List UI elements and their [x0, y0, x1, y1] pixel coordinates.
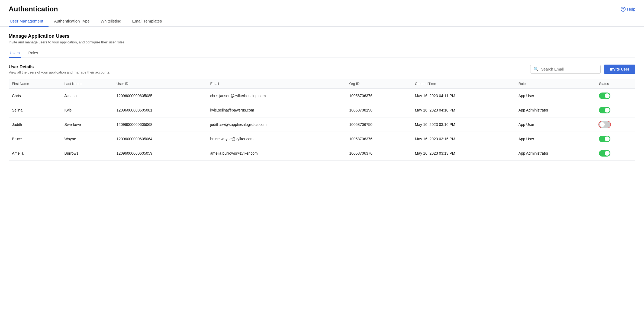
top-navigation: User Management Authentication Type Whit… — [0, 16, 644, 27]
invite-user-button[interactable]: Invite User — [604, 65, 635, 74]
cell-6: App User — [515, 89, 596, 103]
cell-3: bruce.wayne@zylker.com — [207, 132, 346, 146]
cell-6: App Administrator — [515, 103, 596, 117]
cell-0: Bruce — [9, 132, 61, 146]
table-row: ChrisJanson12096000000605085chris.janson… — [9, 89, 635, 103]
cell-2: 12096000000605085 — [113, 89, 207, 103]
cell-5: May 16, 2023 03:15 PM — [412, 132, 515, 146]
table-header-row: First Name Last Name User ID Email Org I… — [9, 79, 635, 89]
toggle-slider — [599, 121, 610, 128]
cell-6: App User — [515, 117, 596, 132]
col-user-id: User ID — [113, 79, 207, 89]
table-row: JudithSwerlowe12096000000605068judith.sw… — [9, 117, 635, 132]
manage-section-title: Manage Application Users — [9, 33, 635, 39]
cell-4: 10058706376 — [346, 89, 411, 103]
cell-6: App User — [515, 132, 596, 146]
search-input-wrap[interactable]: 🔍 — [530, 65, 601, 74]
cell-5: May 16, 2023 03:16 PM — [412, 117, 515, 132]
col-created-time: Created Time — [412, 79, 515, 89]
help-link[interactable]: ? Help — [621, 7, 635, 12]
sub-tab-users[interactable]: Users — [9, 49, 21, 58]
col-org-id: Org ID — [346, 79, 411, 89]
cell-2: 12096000000605064 — [113, 132, 207, 146]
cell-3: chris.janson@zylkerhousing.com — [207, 89, 346, 103]
cell-status[interactable] — [596, 89, 635, 103]
cell-1: Kyle — [61, 103, 113, 117]
table-row: BruceWayne12096000000605064bruce.wayne@z… — [9, 132, 635, 146]
cell-5: May 16, 2023 04:10 PM — [412, 103, 515, 117]
cell-0: Amelia — [9, 146, 61, 161]
toggle-slider — [599, 136, 610, 142]
status-toggle[interactable] — [599, 136, 610, 142]
nav-item-authentication-type[interactable]: Authentication Type — [53, 16, 95, 27]
cell-1: Wayne — [61, 132, 113, 146]
cell-0: Judith — [9, 117, 61, 132]
table-row: SelinaKyle12096000000605081kyle.selina@p… — [9, 103, 635, 117]
status-toggle[interactable] — [599, 93, 610, 99]
content-area: Manage Application Users Invite and mana… — [0, 27, 644, 167]
status-toggle[interactable] — [599, 121, 610, 128]
user-details-info: User Details View all the users of your … — [9, 65, 110, 74]
manage-section-desc: Invite and manage users to your applicat… — [9, 40, 635, 44]
cell-6: App Administrator — [515, 146, 596, 161]
cell-1: Burrows — [61, 146, 113, 161]
user-table: First Name Last Name User ID Email Org I… — [9, 79, 635, 161]
nav-item-user-management[interactable]: User Management — [9, 16, 49, 27]
toggle-slider — [599, 93, 610, 99]
cell-4: 10058706376 — [346, 146, 411, 161]
col-role: Role — [515, 79, 596, 89]
cell-0: Selina — [9, 103, 61, 117]
cell-0: Chris — [9, 89, 61, 103]
cell-3: amelia.burrows@zylker.com — [207, 146, 346, 161]
nav-item-email-templates[interactable]: Email Templates — [131, 16, 168, 27]
user-details-title: User Details — [9, 65, 110, 69]
search-icon: 🔍 — [534, 67, 539, 72]
toggle-slider — [599, 107, 610, 113]
cell-5: May 16, 2023 04:11 PM — [412, 89, 515, 103]
status-toggle[interactable] — [599, 107, 610, 113]
search-email-input[interactable] — [541, 67, 597, 71]
cell-4: 10058706750 — [346, 117, 411, 132]
table-row: AmeliaBurrows12096000000605059amelia.bur… — [9, 146, 635, 161]
cell-2: 12096000000605081 — [113, 103, 207, 117]
page-header: Authentication ? Help — [0, 0, 644, 16]
col-status: Status — [596, 79, 635, 89]
col-first-name: First Name — [9, 79, 61, 89]
cell-1: Janson — [61, 89, 113, 103]
help-icon: ? — [621, 7, 626, 12]
status-toggle[interactable] — [599, 150, 610, 157]
cell-2: 12096000000605059 — [113, 146, 207, 161]
user-details-desc: View all the users of your application a… — [9, 70, 110, 74]
sub-tabs: Users Roles — [9, 49, 635, 58]
cell-status[interactable] — [596, 117, 635, 132]
cell-4: 10058708198 — [346, 103, 411, 117]
cell-1: Swerlowe — [61, 117, 113, 132]
page-title: Authentication — [9, 5, 58, 13]
nav-item-whitelisting[interactable]: Whitelisting — [99, 16, 127, 27]
cell-status[interactable] — [596, 132, 635, 146]
cell-3: judith.sw@suppliesnlogistics.com — [207, 117, 346, 132]
user-details-actions: 🔍 Invite User — [530, 65, 635, 74]
sub-tab-roles[interactable]: Roles — [27, 49, 39, 58]
col-last-name: Last Name — [61, 79, 113, 89]
user-details-header: User Details View all the users of your … — [9, 65, 635, 74]
cell-2: 12096000000605068 — [113, 117, 207, 132]
help-label: Help — [627, 7, 635, 11]
cell-3: kyle.selina@pawsrus.com — [207, 103, 346, 117]
cell-status[interactable] — [596, 146, 635, 161]
cell-status[interactable] — [596, 103, 635, 117]
cell-5: May 16, 2023 03:13 PM — [412, 146, 515, 161]
toggle-slider — [599, 150, 610, 157]
col-email: Email — [207, 79, 346, 89]
cell-4: 10058706376 — [346, 132, 411, 146]
